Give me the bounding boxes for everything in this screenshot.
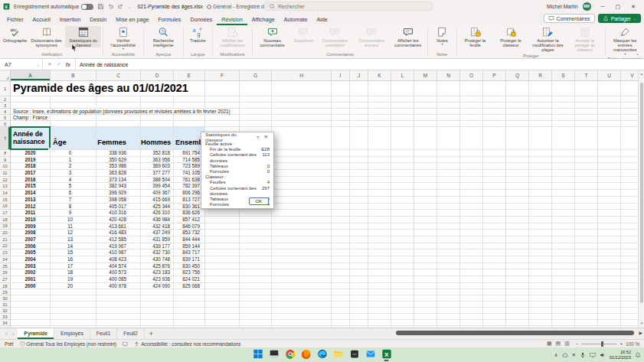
cell-f27[interactable] — [205, 276, 240, 283]
cell-c17[interactable]: 410 316 — [96, 210, 141, 217]
cell-g25[interactable] — [240, 263, 272, 270]
scroll-down-icon[interactable]: ▼ — [639, 321, 644, 327]
cell-n30[interactable] — [437, 295, 460, 302]
cell-h24[interactable] — [272, 256, 332, 263]
cell-k34[interactable] — [368, 320, 391, 326]
cell-c15[interactable]: 398 058 — [96, 197, 141, 204]
cell-v12[interactable] — [621, 177, 638, 184]
cell-t5[interactable] — [575, 115, 598, 121]
cell-p31[interactable] — [483, 302, 506, 308]
undo-icon[interactable] — [107, 3, 114, 10]
column-header-c[interactable]: C — [96, 70, 141, 81]
cell-s34[interactable] — [552, 320, 575, 326]
cell-u10[interactable] — [598, 163, 621, 170]
cell-h11[interactable] — [272, 170, 332, 177]
cell-j8[interactable] — [350, 150, 368, 157]
cell-v32[interactable] — [621, 308, 638, 314]
scroll-up-icon[interactable]: ▲ — [639, 71, 644, 77]
cell-k12[interactable] — [368, 177, 391, 184]
collapse-ribbon-icon[interactable]: ⌄ — [636, 51, 639, 56]
cell-b2[interactable] — [51, 96, 96, 103]
cell-t23[interactable] — [575, 249, 598, 256]
cell-p15[interactable] — [483, 197, 506, 204]
cell-g17[interactable] — [240, 210, 272, 217]
cell-b5[interactable] — [51, 115, 96, 121]
notes-button[interactable]: Notes▾ — [430, 26, 455, 46]
cell-p10[interactable] — [483, 163, 506, 170]
cell-v13[interactable] — [621, 183, 638, 190]
cell-t26[interactable] — [575, 269, 598, 276]
cell-t28[interactable] — [575, 283, 598, 290]
cell-l9[interactable] — [391, 157, 414, 164]
cell-s33[interactable] — [552, 314, 575, 320]
cell-j34[interactable] — [350, 320, 368, 326]
tab-fichier[interactable]: Fichier — [2, 15, 28, 25]
cell-j14[interactable] — [350, 190, 368, 197]
autosave-toggle[interactable] — [81, 4, 93, 10]
cell-q32[interactable] — [506, 308, 529, 314]
cell-c31[interactable] — [96, 302, 141, 308]
cell-a16[interactable]: 2012 — [11, 204, 51, 210]
cell-s20[interactable] — [552, 230, 575, 236]
cell-i3[interactable] — [332, 103, 350, 109]
cell-u30[interactable] — [598, 295, 621, 302]
row-header-4[interactable]: 4 — [0, 109, 11, 115]
cell-p17[interactable] — [483, 210, 506, 217]
cell-r32[interactable] — [529, 308, 552, 314]
cell-h7[interactable] — [272, 127, 332, 150]
cell-u22[interactable] — [598, 243, 621, 250]
cell-t10[interactable] — [575, 163, 598, 170]
cell-s16[interactable] — [552, 204, 575, 210]
row-header-18[interactable]: 18 — [0, 217, 11, 223]
cell-q33[interactable] — [506, 314, 529, 320]
cell-t31[interactable] — [575, 302, 598, 308]
column-header-f[interactable]: F — [205, 70, 240, 81]
taskbar-file-explorer-button[interactable] — [333, 349, 343, 361]
cell-b8[interactable]: 0 — [51, 150, 96, 157]
cell-k25[interactable] — [368, 263, 391, 270]
cell-p32[interactable] — [483, 308, 506, 314]
cell-h25[interactable] — [272, 263, 332, 270]
cell-k22[interactable] — [368, 243, 391, 250]
row-header-22[interactable]: 22 — [0, 243, 11, 250]
cell-c34[interactable] — [96, 320, 141, 326]
cell-n11[interactable] — [437, 170, 460, 177]
cell-t25[interactable] — [575, 263, 598, 270]
cell-r20[interactable] — [529, 230, 552, 236]
tab-mise-en-page[interactable]: Mise en page — [111, 15, 153, 25]
cell-b16[interactable]: 8 — [51, 204, 96, 210]
cell-j2[interactable] — [350, 96, 368, 103]
column-header-q[interactable]: Q — [506, 70, 529, 81]
cell-a33[interactable] — [11, 314, 51, 320]
cell-k7[interactable] — [368, 127, 391, 150]
cell-h23[interactable] — [272, 249, 332, 256]
column-header-n[interactable]: N — [437, 70, 460, 81]
cell-s15[interactable] — [552, 197, 575, 204]
cell-c11[interactable]: 363 828 — [96, 170, 141, 177]
select-all-corner[interactable] — [0, 70, 11, 81]
cell-m13[interactable] — [414, 183, 437, 190]
cell-a18[interactable]: 2010 — [11, 217, 51, 223]
close-button[interactable]: ✕ — [626, 1, 641, 13]
cell-r16[interactable] — [529, 204, 552, 210]
column-header-h[interactable]: H — [272, 70, 332, 81]
zoom-out-icon[interactable]: − — [576, 341, 579, 347]
cell-o18[interactable] — [460, 217, 483, 223]
cell-c28[interactable]: 400 978 — [96, 283, 141, 290]
cell-d20[interactable]: 437 249 — [141, 230, 174, 236]
cell-p28[interactable] — [483, 283, 506, 290]
cell-q17[interactable] — [506, 210, 529, 217]
cell-u8[interactable] — [598, 150, 621, 157]
cell-q6[interactable] — [506, 121, 529, 127]
share-button[interactable]: Partager ⌄ — [598, 14, 641, 23]
cell-g21[interactable] — [240, 236, 272, 243]
cell-d30[interactable] — [141, 295, 174, 302]
cell-s3[interactable] — [552, 103, 575, 109]
cell-g32[interactable] — [240, 308, 272, 314]
cell-n12[interactable] — [437, 177, 460, 184]
cell-d27[interactable]: 423 936 — [141, 276, 174, 283]
cell-h16[interactable] — [272, 204, 332, 210]
cell-f6[interactable] — [205, 121, 240, 127]
row-header-20[interactable]: 20 — [0, 230, 11, 236]
cell-d17[interactable]: 426 310 — [141, 210, 174, 217]
